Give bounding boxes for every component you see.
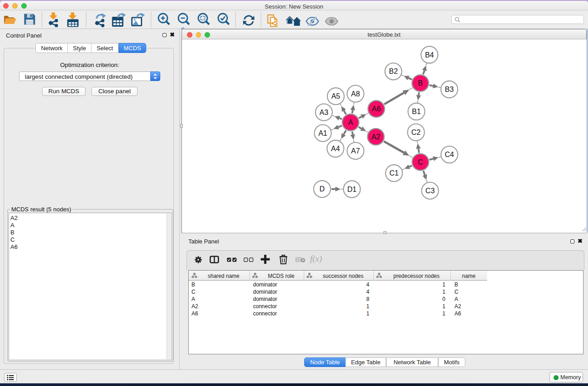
svg-text:A1: A1 — [318, 129, 327, 137]
svg-text:B3: B3 — [445, 86, 454, 93]
svg-text:A3: A3 — [320, 109, 329, 116]
svg-text:B: B — [418, 79, 423, 87]
svg-text:C1: C1 — [389, 169, 399, 177]
svg-text:B1: B1 — [412, 108, 421, 115]
svg-text:B2: B2 — [389, 67, 398, 75]
svg-text:A8: A8 — [351, 90, 360, 98]
svg-text:D1: D1 — [347, 186, 357, 193]
svg-text:A: A — [348, 119, 353, 126]
svg-text:C2: C2 — [411, 129, 421, 136]
svg-text:A7: A7 — [351, 147, 360, 155]
svg-text:A2: A2 — [372, 133, 381, 141]
svg-text:D: D — [320, 185, 325, 193]
svg-text:B4: B4 — [425, 51, 434, 59]
svg-text:A5: A5 — [331, 92, 340, 100]
svg-text:C: C — [418, 158, 423, 166]
svg-text:A6: A6 — [372, 105, 381, 113]
svg-text:A4: A4 — [331, 145, 340, 152]
svg-text:C4: C4 — [445, 151, 454, 158]
svg-text:C3: C3 — [425, 187, 435, 195]
